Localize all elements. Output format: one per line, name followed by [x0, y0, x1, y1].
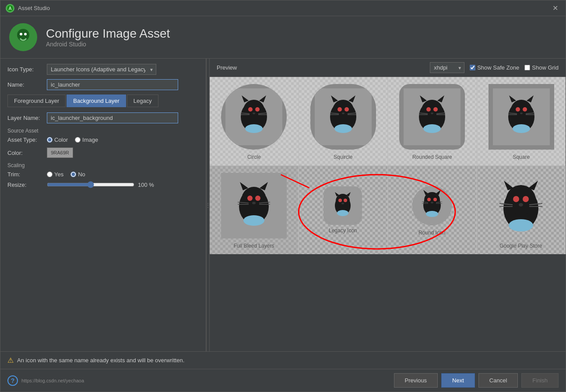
svg-point-88 [431, 202, 433, 203]
svg-point-74 [336, 194, 350, 208]
svg-point-96 [506, 185, 536, 215]
icon-type-label: Icon Type: [7, 66, 47, 73]
asset-type-image-option[interactable]: Image [75, 136, 98, 143]
icon-type-row: Icon Type: Launcher Icons (Adaptive and … [7, 64, 199, 75]
svg-text:A: A [9, 6, 12, 11]
asset-type-color-radio[interactable] [47, 137, 53, 143]
tab-legacy[interactable]: Legacy [127, 94, 158, 107]
svg-point-9 [243, 100, 264, 121]
show-grid-checkbox[interactable] [524, 65, 530, 70]
svg-point-6 [24, 33, 27, 35]
preview-google-play-cell: Google Play Store [477, 166, 566, 254]
asset-type-color-option[interactable]: Color [47, 136, 68, 143]
resize-row: Resize: 100 % [7, 181, 199, 188]
trim-yes-radio[interactable] [47, 172, 53, 177]
svg-point-80 [337, 210, 348, 216]
finish-button[interactable]: Finish [521, 373, 559, 388]
svg-point-5 [20, 33, 22, 35]
legacy-icon-shape [325, 188, 360, 223]
preview-content: Circle [210, 77, 566, 254]
round-icon-label: Round Icon [418, 230, 445, 236]
trim-row: Trim: Yes No [7, 171, 199, 178]
svg-point-27 [342, 112, 345, 114]
preview-label: Preview [217, 64, 237, 71]
preview-rounded-square-cell: Rounded Square [388, 77, 477, 165]
color-swatch: 9RA69R [47, 147, 73, 158]
preview-controls: ldpi mdpi hdpi xhdpi xxhdpi xxxhdpi Show… [430, 62, 559, 73]
svg-point-78 [344, 199, 347, 202]
icon-type-select[interactable]: Launcher Icons (Adaptive and Legacy) [47, 64, 156, 75]
asset-type-image-label: Image [82, 136, 98, 143]
circle-label: Circle [247, 154, 261, 160]
svg-point-65 [255, 196, 260, 201]
asset-type-group: Color Image [47, 136, 98, 143]
dpi-select[interactable]: ldpi mdpi hdpi xhdpi xxhdpi xxxhdpi [430, 62, 464, 73]
close-button[interactable]: ✕ [550, 3, 560, 14]
svg-point-58 [513, 124, 530, 133]
squircle-label: Squircle [334, 154, 352, 160]
android-studio-logo [9, 23, 37, 51]
rounded-square-icon-container [399, 84, 465, 150]
next-button[interactable]: Next [441, 373, 475, 388]
previous-button[interactable]: Previous [394, 373, 438, 388]
show-safe-zone-checkbox[interactable] [470, 65, 475, 70]
preview-legacy-cell: Legacy Icon [299, 166, 387, 254]
dpi-select-wrap[interactable]: ldpi mdpi hdpi xhdpi xxhdpi xxxhdpi [430, 62, 464, 73]
trim-no-label: No [78, 171, 85, 178]
svg-point-106 [509, 219, 533, 231]
tab-background-layer[interactable]: Background Layer [67, 94, 126, 107]
right-panel: Preview ldpi mdpi hdpi xhdpi xxhdpi xxxh… [210, 59, 566, 351]
svg-point-53 [520, 112, 523, 114]
warning-bar: ⚠ An icon with the same name already exi… [0, 351, 566, 369]
show-safe-zone-option[interactable]: Show Safe Zone [470, 64, 519, 71]
full-bleed-icon-shape [221, 173, 287, 238]
warning-text: An icon with the same name already exist… [17, 357, 184, 364]
preview-square-cell: Square [477, 77, 566, 165]
svg-point-22 [333, 100, 354, 121]
name-row: Name: [7, 79, 199, 90]
svg-point-13 [255, 107, 260, 112]
svg-point-101 [519, 203, 523, 206]
color-value: 9RA69R [51, 150, 69, 155]
app-icon: A [6, 4, 14, 13]
color-picker-button[interactable]: 9RA69R [47, 147, 73, 158]
trim-yes-option[interactable]: Yes [47, 171, 63, 178]
name-input[interactable] [47, 79, 178, 90]
panel-divider[interactable] [206, 59, 210, 351]
footer-url: https://blog.csdn.net/yechaoa [21, 378, 84, 383]
svg-point-12 [248, 107, 253, 112]
tab-foreground-layer[interactable]: Foreground Layer [7, 94, 66, 107]
squircle-cat-svg [315, 88, 372, 145]
resize-slider[interactable] [47, 181, 134, 188]
layer-name-label: Layer Name: [7, 115, 47, 121]
circle-icon-container [221, 84, 287, 150]
svg-point-32 [334, 124, 352, 133]
header: Configure Image Asset Android Studio [0, 16, 566, 59]
footer-buttons: Previous Next Cancel Finish [394, 373, 559, 388]
help-button[interactable]: ? [7, 375, 18, 386]
svg-point-40 [431, 112, 433, 114]
icon-type-select-wrap[interactable]: Launcher Icons (Adaptive and Legacy) [47, 64, 156, 75]
resize-percent: 100 % [138, 182, 154, 188]
show-grid-option[interactable]: Show Grid [524, 64, 559, 71]
trim-no-radio[interactable] [70, 172, 76, 177]
full-bleed-label: Full Bleed Layers [234, 243, 274, 249]
trim-no-option[interactable]: No [70, 171, 85, 178]
squircle-icon-shape [310, 84, 376, 150]
rounded-square-cat-svg [404, 88, 461, 145]
cancel-button[interactable]: Cancel [478, 373, 518, 388]
svg-point-61 [242, 187, 266, 211]
asset-type-image-radio[interactable] [75, 137, 81, 143]
layer-name-input[interactable] [47, 112, 178, 123]
show-grid-label: Show Grid [532, 64, 559, 71]
svg-point-19 [245, 124, 263, 133]
color-row: Color: 9RA69R [7, 147, 199, 158]
trim-yes-label: Yes [54, 171, 63, 178]
squircle-icon-container [310, 84, 376, 150]
preview-squircle-cell: Squircle [299, 77, 388, 165]
resize-label: Resize: [7, 182, 47, 188]
round-icon-shape [412, 186, 452, 225]
svg-point-86 [427, 198, 431, 201]
full-bleed-cat-svg [221, 173, 287, 238]
google-play-cat-svg [488, 173, 554, 238]
